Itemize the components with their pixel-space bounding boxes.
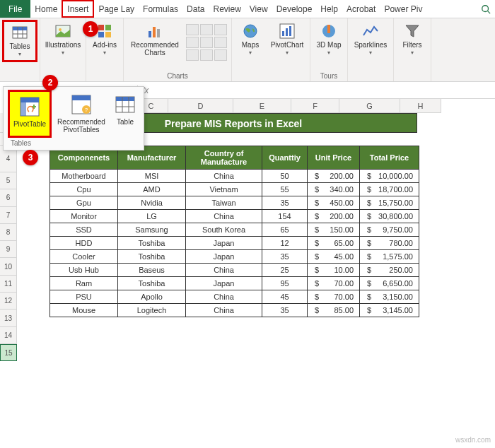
pivotchart-button[interactable]: PivotChart ▾: [269, 21, 305, 58]
table-row[interactable]: SSDSamsungSouth Korea65 150.00 9,750.00: [50, 223, 419, 237]
tab-help[interactable]: Help: [316, 0, 342, 18]
pivottable-label: PivotTable: [13, 120, 46, 128]
table-row[interactable]: PSUApolloChina45 70.00 3,150.00: [50, 290, 419, 304]
table-row[interactable]: Usb HubBaseusChina25 10.00 250.00: [50, 264, 419, 277]
row-header[interactable]: 11: [0, 276, 17, 293]
chevron-down-icon: ▾: [103, 49, 106, 57]
pivottable-button[interactable]: PivotTable: [8, 90, 52, 138]
svg-rect-15: [157, 29, 160, 37]
col-header[interactable]: G: [339, 99, 400, 113]
chevron-down-icon: ▾: [249, 49, 252, 57]
table-icon: [11, 24, 28, 41]
recommended-pivottable-icon: ?: [71, 94, 92, 115]
table-row[interactable]: RamToshibaJapan95 70.00 6,650.00: [50, 277, 419, 290]
3dmap-button[interactable]: 3D Map ▾: [315, 21, 343, 58]
callout-3: 3: [23, 150, 38, 165]
globe-icon: [242, 23, 259, 40]
filters-label: Filters: [402, 41, 421, 49]
chevron-down-icon: ▾: [62, 49, 64, 57]
chart-gallery[interactable]: [186, 24, 227, 61]
th-unit-price: Unit Price: [308, 146, 360, 170]
chevron-down-icon: ▾: [286, 49, 289, 57]
row-header[interactable]: 15: [0, 344, 17, 361]
th-quantity: Quanttiy: [262, 146, 308, 170]
filters-button[interactable]: Filters ▾: [398, 21, 426, 58]
tab-developer[interactable]: Develope: [272, 0, 317, 18]
row-header[interactable]: 10: [0, 258, 17, 275]
illustrations-button[interactable]: Illustrations ▾: [45, 21, 81, 58]
tab-power-pivot[interactable]: Power Piv: [380, 0, 426, 18]
addins-label: Add-ins: [93, 41, 117, 49]
watermark: wsxdn.com: [455, 436, 491, 444]
pivottable-icon: [19, 96, 40, 117]
row-header[interactable]: 7: [0, 207, 17, 224]
tables-label: Tables: [10, 42, 30, 50]
tab-file[interactable]: File: [0, 0, 30, 18]
tab-insert[interactable]: Insert: [62, 0, 94, 18]
addins-icon: [96, 23, 113, 40]
svg-rect-14: [153, 27, 156, 37]
svg-point-8: [59, 28, 62, 31]
table-row[interactable]: MotherboardMSIChina50 200.0010,000.00: [50, 170, 419, 183]
recommended-charts-button[interactable]: Recommended Charts: [128, 21, 182, 58]
row-header[interactable]: 6: [0, 189, 17, 206]
pivotchart-icon: [279, 23, 296, 40]
svg-rect-12: [105, 32, 111, 37]
callout-1: 1: [83, 21, 98, 37]
row-header[interactable]: 14: [0, 327, 17, 344]
table-label: Table: [117, 118, 134, 126]
formula-input[interactable]: [151, 85, 492, 95]
3dmap-label: 3D Map: [316, 41, 341, 49]
recommended-pivottables-button[interactable]: ? Recommended PivotTables: [54, 90, 108, 138]
svg-rect-25: [21, 98, 26, 116]
column-headers: C D E F G H: [134, 99, 495, 113]
col-header[interactable]: D: [168, 99, 233, 113]
charts-group-label: Charts: [167, 72, 187, 80]
chevron-down-icon: ▾: [18, 50, 21, 58]
sparklines-button[interactable]: Sparklines ▾: [352, 21, 389, 58]
col-header[interactable]: F: [291, 99, 339, 113]
tables-button[interactable]: Tables ▾: [5, 23, 35, 59]
row-header[interactable]: 13: [0, 310, 17, 326]
tab-page-layout[interactable]: Page Lay: [94, 0, 139, 18]
table-row[interactable]: MonitorLGChina154 200.0030,800.00: [50, 210, 419, 223]
tab-view[interactable]: View: [245, 0, 272, 18]
search-icon[interactable]: [477, 2, 495, 16]
svg-rect-10: [105, 25, 111, 30]
tab-acrobat[interactable]: Acrobat: [342, 0, 380, 18]
chart-icon: [146, 23, 163, 40]
formula-bar: fx: [134, 82, 495, 99]
col-header[interactable]: H: [400, 99, 441, 113]
table-row[interactable]: CpuAMDVietnam55 340.0018,700.00: [50, 183, 419, 196]
table-row[interactable]: MouseLogitechChina35 85.00 3,145.00: [50, 304, 419, 317]
tab-review[interactable]: Review: [209, 0, 245, 18]
data-table: Componenets Manufacturer Country of Manu…: [50, 146, 419, 317]
svg-line-1: [488, 11, 491, 13]
svg-rect-13: [148, 31, 151, 37]
table-row[interactable]: GpuNvidiaTaiwan35 450.0015,750.00: [50, 196, 419, 210]
chevron-down-icon: ▾: [327, 49, 330, 57]
row-header[interactable]: 12: [0, 293, 17, 310]
svg-rect-27: [72, 95, 91, 100]
tours-group-label: Tours: [320, 72, 337, 80]
row-header[interactable]: 9: [0, 241, 17, 258]
tab-formulas[interactable]: Formulas: [139, 0, 182, 18]
svg-rect-11: [98, 32, 104, 37]
ribbon-body: Tables ▾ Illustrations ▾ Add-ins ▾: [0, 18, 495, 82]
row-header[interactable]: 8: [0, 224, 17, 241]
svg-rect-22: [327, 25, 330, 33]
chevron-down-icon: ▾: [411, 49, 414, 57]
row-header[interactable]: 5: [0, 172, 17, 189]
table-row[interactable]: CoolerToshibaJapan35 45.00 1,575.00: [50, 250, 419, 264]
table-button[interactable]: Table: [111, 90, 139, 138]
filter-icon: [404, 23, 421, 40]
tab-data[interactable]: Data: [182, 0, 209, 18]
table-row[interactable]: HDDToshibaJapan12 65.00 780.00: [50, 237, 419, 250]
callout-2: 2: [42, 75, 58, 90]
tab-home[interactable]: Home: [30, 0, 62, 18]
illustrations-label: Illustrations: [45, 41, 81, 49]
th-total-price: Total Price: [360, 146, 419, 170]
maps-button[interactable]: Maps ▾: [236, 21, 264, 58]
pictures-icon: [54, 23, 71, 40]
col-header[interactable]: E: [233, 99, 291, 113]
